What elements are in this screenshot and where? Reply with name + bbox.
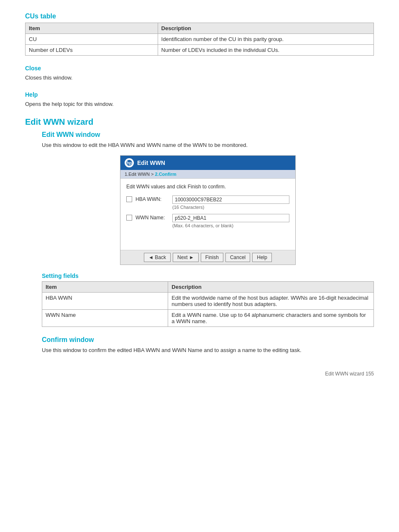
wizard-spacer [126, 232, 289, 245]
sf-row2-desc: Edit a WWN name. Use up to 64 alphanumer… [168, 309, 374, 326]
sf-col-description: Description [168, 281, 374, 292]
svg-text:hp: hp [127, 161, 132, 165]
page-footer: Edit WWN wizard 155 [25, 371, 374, 377]
cus-table: Item Description CU Identification numbe… [25, 23, 374, 56]
hba-wwn-checkbox[interactable] [126, 196, 132, 202]
sf-row2-item: WWN Name [42, 309, 168, 326]
finish-button[interactable]: Finish [201, 253, 223, 262]
cus-table-col-description: Description [158, 23, 373, 34]
wwn-name-value-group: (Max. 64 characters, or blank) [172, 214, 289, 228]
table-row: HBA WWN Edit the worldwide name of the h… [42, 292, 374, 309]
table-row: CU Identification number of the CU in th… [26, 34, 374, 45]
back-button[interactable]: ◄ Back [144, 253, 171, 262]
sf-col-item: Item [42, 281, 168, 292]
hba-wwn-hint: (16 Characters) [172, 205, 289, 210]
cancel-button[interactable]: Cancel [225, 253, 250, 262]
cus-table-title: CUs table [25, 13, 374, 20]
wizard-dialog: hp Edit WWN 1.Edit WWN > 2.Confirm Edit … [120, 155, 296, 265]
hba-wwn-input[interactable] [172, 195, 289, 204]
edit-wwn-wizard-title: Edit WWN wizard [25, 117, 374, 127]
confirm-window-desc: Use this window to confirm the edited HB… [42, 346, 374, 355]
table-row: Number of LDEVs Number of LDEVs included… [26, 45, 374, 56]
help-title: Help [25, 91, 374, 98]
breadcrumb-step2: 2.Confirm [155, 172, 176, 177]
wizard-title-label: Edit WWN [137, 159, 165, 166]
close-title: Close [25, 65, 374, 72]
setting-fields-section: Setting fields Item Description HBA WWN … [42, 272, 374, 327]
wizard-titlebar: hp Edit WWN [120, 156, 295, 170]
confirm-window-title: Confirm window [42, 336, 374, 344]
wwn-name-input[interactable] [172, 214, 289, 222]
hba-wwn-value-group: (16 Characters) [172, 195, 289, 210]
wwn-name-hint: (Max. 64 characters, or blank) [172, 223, 289, 228]
wizard-footer: ◄ Back Next ► Finish Cancel Help [120, 250, 295, 265]
hp-icon: hp [125, 158, 134, 167]
cus-table-section: CUs table Item Description CU Identifica… [25, 13, 374, 56]
wwn-name-row: WWN Name: (Max. 64 characters, or blank) [126, 214, 289, 228]
cus-row1-desc: Identification number of the CU in this … [158, 34, 373, 45]
close-description: Closes this window. [25, 74, 374, 82]
cus-row2-item: Number of LDEVs [26, 45, 158, 56]
setting-fields-title: Setting fields [42, 272, 374, 279]
sf-row1-item: HBA WWN [42, 292, 168, 309]
help-button[interactable]: Help [252, 253, 272, 262]
wizard-instruction: Edit WWN values and click Finish to conf… [126, 184, 289, 190]
cus-row1-item: CU [26, 34, 158, 45]
sf-row1-desc: Edit the worldwide name of the host bus … [168, 292, 374, 309]
wwn-name-checkbox[interactable] [126, 215, 132, 221]
wwn-name-label: WWN Name: [136, 214, 169, 221]
cus-row2-desc: Number of LDEVs included in the individu… [158, 45, 373, 56]
hba-wwn-row: HBA WWN: (16 Characters) [126, 195, 289, 210]
edit-wwn-window-section: Edit WWN window Use this window to edit … [25, 131, 374, 354]
help-description: Opens the help topic for this window. [25, 100, 374, 108]
next-button[interactable]: Next ► [173, 253, 199, 262]
hba-wwn-label: HBA WWN: [136, 195, 169, 202]
edit-wwn-window-desc: Use this window to edit the HBA WWN and … [42, 141, 374, 149]
confirm-window-section: Confirm window Use this window to confir… [42, 336, 374, 355]
cus-table-col-item: Item [26, 23, 158, 34]
footer-text: Edit WWN wizard 155 [325, 371, 374, 377]
wizard-breadcrumb: 1.Edit WWN > 2.Confirm [120, 170, 295, 178]
close-section: Close Closes this window. [25, 65, 374, 82]
breadcrumb-step1: 1.Edit WWN [125, 172, 150, 177]
help-section: Help Opens the help topic for this windo… [25, 91, 374, 108]
setting-fields-table: Item Description HBA WWN Edit the worldw… [42, 281, 374, 327]
edit-wwn-wizard-section: Edit WWN wizard Edit WWN window Use this… [25, 117, 374, 354]
edit-wwn-window-title: Edit WWN window [42, 131, 374, 139]
table-row: WWN Name Edit a WWN name. Use up to 64 a… [42, 309, 374, 326]
wizard-body: Edit WWN values and click Finish to conf… [120, 178, 295, 250]
